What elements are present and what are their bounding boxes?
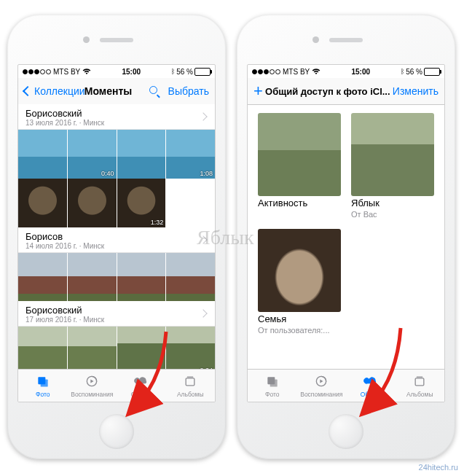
tab-photos[interactable]: Фото <box>18 370 68 402</box>
thumb-row: 0:401:08 <box>18 130 215 179</box>
battery-icon <box>424 68 440 76</box>
shared-album-card[interactable]: Активность <box>258 113 341 219</box>
photos-icon <box>35 374 51 390</box>
photo-thumb[interactable] <box>68 253 117 302</box>
iphone-right: MTS BY 15:00 ᛒ 56 % + Общий доступ к фот… <box>237 15 455 459</box>
svg-marker-3 <box>91 379 94 383</box>
moment-date: 13 июля 2016 г. · Минск <box>25 119 208 127</box>
moment-location: Борисов <box>25 231 208 242</box>
album-subtitle: От Вас <box>351 210 434 219</box>
photo-thumb[interactable]: 0:24 <box>166 327 215 370</box>
photo-thumb[interactable]: 1:32 <box>117 179 166 227</box>
shared-icon <box>363 374 379 390</box>
wifi-icon <box>312 69 321 75</box>
shared-icon <box>133 374 149 390</box>
signal-dots-icon <box>252 69 280 74</box>
album-thumb <box>351 113 434 196</box>
tab-label: Воспоминания <box>300 391 342 398</box>
carrier: MTS BY <box>283 68 310 76</box>
nav-bar: + Общий доступ к фото iCl... Изменить <box>248 78 444 105</box>
svg-rect-1 <box>40 379 47 386</box>
photo-thumb[interactable] <box>18 327 67 370</box>
thumb-row <box>18 253 215 302</box>
tab-label: Фото <box>265 391 280 398</box>
photo-thumb[interactable]: 1:08 <box>166 130 215 179</box>
screen-left: MTS BY 15:00 ᛒ 56 % Коллекции Моменты Вы… <box>17 64 216 402</box>
speaker-slot <box>329 38 363 42</box>
tab-photos[interactable]: Фото <box>248 370 297 402</box>
carrier: MTS BY <box>53 68 80 76</box>
select-button[interactable]: Выбрать <box>168 85 209 97</box>
tab-label: Воспоминания <box>71 391 113 398</box>
nav-title: Общий доступ к фото iCl... <box>263 86 393 97</box>
tab-albums[interactable]: Альбомы <box>396 370 445 402</box>
front-camera <box>83 36 90 43</box>
wifi-icon <box>82 69 91 75</box>
photo-thumb[interactable] <box>18 130 67 179</box>
bluetooth-icon: ᛒ <box>401 68 404 75</box>
album-thumb <box>258 229 341 312</box>
status-bar: MTS BY 15:00 ᛒ 56 % <box>248 65 444 78</box>
moment-date: 17 июля 2016 г. · Минск <box>25 316 208 324</box>
svg-rect-4 <box>186 378 194 385</box>
photo-thumb[interactable] <box>166 253 215 302</box>
thumb-row: 0:24 <box>18 327 215 370</box>
front-camera <box>312 36 319 43</box>
battery-pct: 56 % <box>176 68 193 76</box>
photo-thumb[interactable] <box>117 327 166 370</box>
memories-icon <box>313 374 329 390</box>
thumb-row: 1:32 <box>18 179 215 227</box>
photo-thumb[interactable] <box>68 179 117 227</box>
chevron-left-icon <box>23 86 33 96</box>
nav-bar: Коллекции Моменты Выбрать <box>18 78 215 105</box>
photos-icon <box>264 374 280 390</box>
photo-thumb[interactable] <box>68 327 117 370</box>
shared-albums-scroll[interactable]: АктивностьЯблыкОт ВасСемьяОт пользовател… <box>248 104 444 370</box>
tab-bar: ФотоВоспоминанияОбщиеАльбомы <box>18 369 215 402</box>
tab-shared[interactable]: Общие <box>346 370 396 402</box>
shared-album-card[interactable]: ЯблыкОт Вас <box>351 113 434 219</box>
tab-label: Альбомы <box>406 391 433 398</box>
home-button[interactable] <box>99 414 134 449</box>
albums-icon <box>182 374 198 390</box>
tab-shared[interactable]: Общие <box>117 370 166 402</box>
screen-right: MTS BY 15:00 ᛒ 56 % + Общий доступ к фот… <box>247 64 445 402</box>
moment-header[interactable]: Борисов14 июля 2016 г. · Минск <box>18 227 215 253</box>
moment-header[interactable]: Борисовский17 июля 2016 г. · Минск <box>18 301 215 327</box>
svg-rect-7 <box>270 379 277 386</box>
tab-albums[interactable]: Альбомы <box>166 370 216 402</box>
album-title: Активность <box>258 198 341 208</box>
memories-icon <box>84 374 100 390</box>
photo-thumb[interactable] <box>18 179 67 227</box>
bluetooth-icon: ᛒ <box>171 68 175 75</box>
add-button[interactable]: + <box>253 86 263 96</box>
album-title: Семья <box>258 313 341 324</box>
edit-button[interactable]: Изменить <box>393 85 439 97</box>
speaker-slot <box>100 38 133 42</box>
shared-album-card[interactable]: СемьяОт пользователя:... <box>258 229 341 335</box>
photo-thumb[interactable] <box>117 253 166 302</box>
home-button[interactable] <box>329 414 363 449</box>
album-title: Яблык <box>351 198 434 208</box>
battery-pct: 56 % <box>406 68 422 76</box>
search-icon[interactable] <box>149 86 160 96</box>
watermark: Яблык <box>197 226 254 249</box>
moment-header[interactable]: Борисовский13 июля 2016 г. · Минск <box>18 104 215 130</box>
video-duration: 1:32 <box>151 219 164 226</box>
nav-title: Моменты <box>68 85 149 97</box>
tab-memories[interactable]: Воспоминания <box>68 370 117 402</box>
video-duration: 1:08 <box>200 170 213 177</box>
photo-thumb[interactable] <box>18 253 67 302</box>
tab-label: Фото <box>36 391 50 398</box>
status-bar: MTS BY 15:00 ᛒ 56 % <box>18 65 215 78</box>
photo-thumb[interactable] <box>117 130 166 179</box>
moment-location: Борисовский <box>25 305 208 316</box>
tab-memories[interactable]: Воспоминания <box>297 370 347 402</box>
battery-icon <box>194 68 211 76</box>
photo-thumb[interactable]: 0:40 <box>68 130 117 179</box>
svg-marker-9 <box>321 379 323 383</box>
moments-scroll[interactable]: Борисовский13 июля 2016 г. · Минск0:401:… <box>18 104 215 370</box>
video-duration: 0:40 <box>101 170 114 177</box>
moment-location: Борисовский <box>25 108 208 119</box>
albums-icon <box>412 374 428 390</box>
